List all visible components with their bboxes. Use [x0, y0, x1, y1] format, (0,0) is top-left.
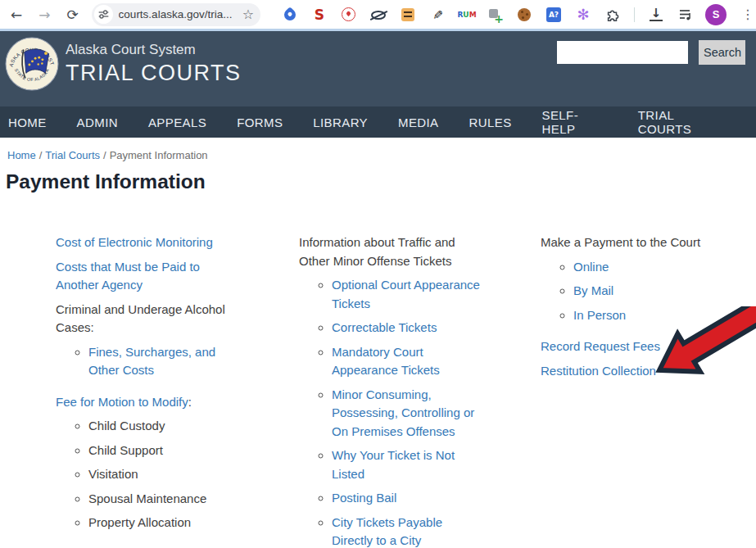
cookie-extension-icon[interactable]: [516, 7, 532, 23]
toolbar-divider: [634, 7, 635, 22]
breadcrumb-home-link[interactable]: Home: [7, 149, 36, 161]
list-item-spousal-maintenance: Spousal Maintenance: [88, 490, 226, 509]
location-extension-icon[interactable]: [341, 7, 357, 23]
address-bar[interactable]: courts.alaska.gov/tria... ☆: [92, 3, 260, 26]
ticket-links-list: Optional Court Appearance Tickets Correc…: [299, 276, 484, 548]
nav-item-appeals[interactable]: APPEALS: [148, 115, 206, 129]
list-item: By Mail: [573, 282, 713, 301]
search-button[interactable]: Search: [699, 40, 745, 65]
heading-traffic-tickets: Information about Traffic and Other Mino…: [299, 233, 484, 270]
list-item: Mandatory Court Appearance Tickets: [332, 343, 484, 380]
rum-extension-icon[interactable]: RUM: [459, 7, 475, 23]
tickets-column-2: Information about Traffic and Other Mino…: [299, 233, 484, 548]
list-item: Correctable Tickets: [332, 319, 484, 337]
browser-reload-icon[interactable]: ⟳: [64, 7, 80, 23]
page-title: Payment Information: [6, 170, 756, 193]
link-pay-online[interactable]: Online: [573, 260, 609, 274]
list-item-child-support: Child Support: [88, 442, 226, 460]
list-item: Posting Bail: [332, 489, 484, 508]
nav-item-media[interactable]: MEDIA: [398, 115, 439, 129]
link-city-tickets[interactable]: City Tickets Payable Directly to a City: [332, 515, 442, 548]
hidden-eye-extension-icon[interactable]: [370, 7, 387, 23]
link-fines-surcharges[interactable]: Fines, Surcharges, and Other Costs: [88, 345, 215, 378]
breadcrumb-trial-courts-link[interactable]: Trial Courts: [45, 149, 100, 161]
browser-toolbar: ← → ⟳ courts.alaska.gov/tria... ☆ S ✎ RU…: [0, 0, 756, 29]
breadcrumb-current: Payment Information: [110, 149, 208, 161]
extensions-puzzle-icon[interactable]: [604, 7, 621, 23]
profile-avatar[interactable]: S: [705, 4, 727, 25]
list-item: Optional Court Appearance Tickets: [332, 276, 484, 313]
red-arrow-annotation: [651, 306, 756, 376]
main-navigation: HOME ADMIN APPEALS FORMS LIBRARY MEDIA R…: [0, 106, 756, 138]
card-extension-icon[interactable]: [400, 7, 416, 23]
motion-colon: :: [188, 395, 192, 409]
url-text[interactable]: courts.alaska.gov/tria...: [119, 8, 242, 20]
list-item-property-allocation: Property Allocation: [88, 514, 226, 532]
bookmark-star-icon[interactable]: ☆: [242, 7, 254, 22]
list-item: City Tickets Payable Directly to a City: [332, 514, 484, 548]
nav-item-self-help[interactable]: SELF-HELP: [542, 108, 608, 136]
downloads-icon[interactable]: ↓: [648, 7, 664, 23]
list-item-child-custody: Child Custody: [88, 417, 226, 436]
motion-modify-list: Child Custody Child Support Visitation S…: [56, 417, 226, 532]
list-item: Online: [573, 258, 713, 277]
link-pay-in-person[interactable]: In Person: [573, 308, 626, 322]
nav-item-library[interactable]: LIBRARY: [313, 115, 368, 129]
criminal-cases-list: Fines, Surcharges, and Other Costs: [56, 343, 226, 380]
tag-extension-icon[interactable]: [282, 7, 298, 23]
breadcrumb-separator: /: [39, 149, 43, 161]
translate-extension-icon[interactable]: A?: [545, 7, 562, 23]
link-record-request-fees[interactable]: Record Request Fees: [541, 339, 660, 353]
breadcrumb-separator: /: [103, 149, 106, 161]
heading-make-payment: Make a Payment to the Court: [541, 233, 713, 252]
list-item: Fines, Surcharges, and Other Costs: [88, 343, 226, 380]
browser-menu-icon[interactable]: ⋮: [740, 7, 756, 23]
nav-item-forms[interactable]: FORMS: [237, 115, 283, 129]
flower-extension-icon[interactable]: ✻: [575, 7, 591, 23]
search-input[interactable]: [557, 41, 688, 64]
link-restitution-collection[interactable]: Restitution Collection: [541, 364, 656, 378]
browser-forward-icon[interactable]: →: [36, 7, 52, 23]
site-name: Alaska Court System: [66, 42, 242, 58]
browser-back-icon[interactable]: ←: [8, 7, 25, 23]
link-optional-court-appearance[interactable]: Optional Court Appearance Tickets: [332, 278, 480, 310]
site-section-title: TRIAL COURTS: [66, 61, 242, 86]
list-item: Why Your Ticket is Not Listed: [332, 446, 484, 483]
page-content: Home/Trial Courts/Payment Information Pa…: [0, 138, 756, 548]
link-fee-motion-modify[interactable]: Fee for Motion to Modify: [56, 395, 188, 409]
site-header: ALASKA COURT SYSTEM STATE OF ALASKA Alas…: [0, 31, 756, 106]
link-mandatory-court-appearance[interactable]: Mandatory Court Appearance Tickets: [332, 345, 440, 378]
link-minor-consuming[interactable]: Minor Consuming, Possessing, Controlling…: [332, 387, 474, 438]
payment-links-column-1: Cost of Electronic Monitoring Costs that…: [56, 233, 226, 538]
extensions-row: S ✎ RUM + A? ✻ ↓ S: [269, 4, 756, 25]
add-tool-extension-icon[interactable]: +: [488, 7, 503, 22]
link-pay-by-mail[interactable]: By Mail: [573, 283, 613, 297]
media-queue-icon[interactable]: [677, 7, 694, 23]
breadcrumb: Home/Trial Courts/Payment Information: [0, 138, 756, 161]
link-costs-paid-another-agency[interactable]: Costs that Must be Paid to Another Agenc…: [56, 260, 200, 292]
link-cost-electronic-monitoring[interactable]: Cost of Electronic Monitoring: [56, 235, 213, 249]
nav-item-home[interactable]: HOME: [8, 115, 47, 129]
nav-item-admin[interactable]: ADMIN: [77, 115, 118, 129]
seo-extension-icon[interactable]: S: [311, 7, 328, 23]
site-settings-icon[interactable]: [94, 5, 113, 24]
heading-criminal-underage: Criminal and Underage Alcohol Cases:: [56, 301, 226, 337]
link-correctable-tickets[interactable]: Correctable Tickets: [332, 320, 437, 334]
nav-item-trial-courts[interactable]: TRIAL COURTS: [638, 108, 726, 136]
rum-letter: M: [469, 11, 477, 19]
eyedropper-extension-icon[interactable]: ✎: [429, 7, 446, 23]
list-item: Minor Consuming, Possessing, Controlling…: [332, 386, 484, 442]
nav-item-rules[interactable]: RULES: [469, 115, 512, 129]
rum-letter: U: [463, 11, 469, 19]
alaska-court-seal-logo: ALASKA COURT SYSTEM STATE OF ALASKA: [5, 37, 59, 91]
list-item-visitation: Visitation: [88, 465, 226, 484]
link-ticket-not-listed[interactable]: Why Your Ticket is Not Listed: [332, 448, 455, 481]
rum-letter: R: [457, 11, 463, 19]
link-posting-bail[interactable]: Posting Bail: [332, 491, 396, 505]
